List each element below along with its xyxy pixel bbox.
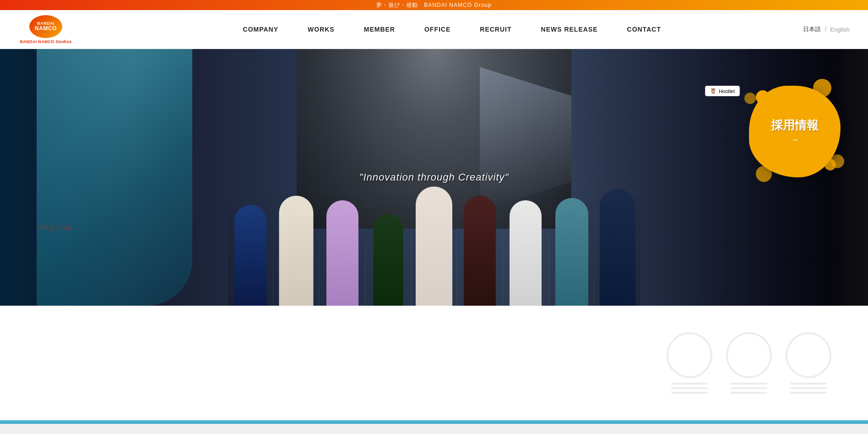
line-1	[671, 383, 708, 385]
hero-tagline: "Innovation through Creativity"	[359, 171, 509, 183]
nav-news-release[interactable]: NEWS RELEASE	[526, 26, 613, 33]
nav-works[interactable]: WORKS	[293, 26, 349, 33]
header: BANDAI NAMCO BANDAI NAMCO Studios COMPAN…	[0, 10, 868, 49]
person-7	[503, 187, 548, 306]
person-8	[549, 187, 594, 306]
recruit-bubble-arrow: →	[790, 134, 799, 145]
line-9	[790, 392, 827, 394]
hootlet-badge[interactable]: 🦉 Hootlet	[705, 86, 740, 96]
circle-item-3	[786, 332, 831, 394]
line-4	[731, 383, 767, 385]
circle-3	[786, 332, 831, 378]
circle-item-1	[667, 332, 712, 394]
top-banner: 夢・遊び・感動 BANDAI NAMCO Group	[0, 0, 868, 10]
nav-contact[interactable]: CONTACT	[613, 26, 676, 33]
lang-japanese[interactable]: 日本語	[803, 25, 821, 33]
recruit-bubble-shape: 採用情報 →	[749, 86, 841, 177]
nav-member[interactable]: MEMBER	[349, 26, 410, 33]
line-5	[731, 387, 767, 389]
circle-decoration	[667, 332, 831, 394]
person-4	[366, 187, 411, 306]
line-6	[731, 392, 767, 394]
logo-subtitle: BANDAI NAMCO Studios	[20, 39, 72, 44]
hero-people-row	[228, 187, 640, 306]
logo-oval: BANDAI NAMCO	[29, 15, 62, 38]
circle-2	[726, 332, 772, 378]
person-5	[412, 187, 456, 306]
right-decoration	[831, 49, 868, 306]
hootlet-label: Hootlet	[719, 88, 735, 94]
circle-lines-1	[671, 383, 708, 394]
line-2	[671, 387, 708, 389]
hootlet-icon: 🦉	[710, 88, 716, 94]
circle-lines-3	[790, 383, 827, 394]
top-banner-text: 夢・遊び・感動 BANDAI NAMCO Group	[376, 1, 491, 9]
circle-1	[667, 332, 712, 378]
person-6	[457, 187, 502, 306]
recruit-bubble[interactable]: 採用情報 →	[749, 86, 841, 177]
main-nav: COMPANY WORKS MEMBER OFFICE RECRUIT NEWS…	[101, 26, 803, 33]
recruit-bubble-text: 採用情報	[771, 118, 819, 132]
circle-item-2	[726, 332, 772, 394]
nav-recruit[interactable]: RECRUIT	[465, 26, 526, 33]
nav-company[interactable]: COMPANY	[228, 26, 293, 33]
person-2	[274, 187, 319, 306]
logo-namco: NAMCO	[35, 26, 57, 31]
nav-office[interactable]: OFFICE	[410, 26, 465, 33]
lang-english[interactable]: English	[830, 26, 850, 33]
lang-divider: /	[825, 26, 826, 33]
circle-lines-2	[731, 383, 767, 394]
line-3	[671, 392, 708, 394]
line-8	[790, 387, 827, 389]
bottom-section	[0, 306, 868, 420]
person-9	[595, 187, 640, 306]
bottom-blue-bar	[0, 420, 868, 424]
hero-section: http://w "Innovation	[0, 49, 868, 306]
line-7	[790, 383, 827, 385]
person-3	[320, 187, 364, 306]
person-1	[228, 187, 273, 306]
language-switcher: 日本語 / English	[803, 25, 850, 33]
logo-area[interactable]: BANDAI NAMCO BANDAI NAMCO Studios	[18, 15, 73, 44]
